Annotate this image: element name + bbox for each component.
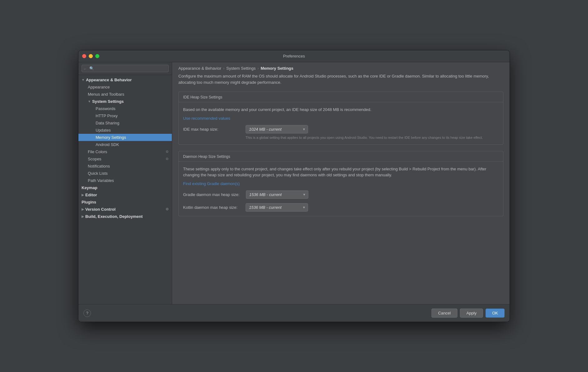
sidebar-item-path-variables[interactable]: Path Variables bbox=[78, 177, 172, 184]
gradle-heap-label: Gradle daemon max heap size: bbox=[183, 192, 240, 197]
expand-icon: ▼ bbox=[88, 100, 91, 103]
apply-button[interactable]: Apply bbox=[460, 309, 483, 318]
kotlin-heap-label: Kotlin daemon max heap size: bbox=[183, 205, 239, 210]
sidebar-item-http-proxy[interactable]: HTTP Proxy bbox=[78, 112, 172, 119]
gradle-heap-select-wrapper: 512 MB 750 MB 1024 MB 1280 MB 1536 MB - … bbox=[246, 190, 308, 199]
ide-heap-label: IDE max heap size: bbox=[183, 127, 239, 132]
sidebar-item-keymap[interactable]: Keymap bbox=[78, 184, 172, 191]
collapse-icon: ▶ bbox=[82, 193, 84, 197]
main-panel: Appearance & Behavior › System Settings … bbox=[172, 62, 510, 304]
ide-heap-select[interactable]: 512 MB 750 MB 1024 MB - current 1280 MB … bbox=[246, 125, 308, 133]
gear-icon: ⚙ bbox=[166, 207, 169, 211]
sidebar-item-appearance[interactable]: Appearance bbox=[78, 83, 172, 91]
preferences-window: Preferences ⌕ ▼ Appearance & Behavior Ap… bbox=[78, 50, 510, 322]
ide-recommendation-text: Based on the available memory and your c… bbox=[183, 107, 499, 113]
expand-icon: ▼ bbox=[82, 78, 85, 82]
ide-heap-section: IDE Heap Size Settings Based on the avai… bbox=[178, 92, 503, 145]
daemon-heap-section-label: Daemon Heap Size Settings bbox=[179, 151, 503, 162]
sidebar-item-notifications[interactable]: Notifications bbox=[78, 163, 172, 170]
collapse-icon: ▶ bbox=[82, 215, 84, 218]
sidebar-item-appearance-behavior[interactable]: ▼ Appearance & Behavior bbox=[78, 76, 172, 83]
gear-icon: ⚙ bbox=[166, 150, 169, 154]
sidebar-item-build-execution[interactable]: ▶ Build, Execution, Deployment bbox=[78, 213, 172, 220]
sidebar-item-plugins[interactable]: Plugins bbox=[78, 199, 172, 206]
title-bar: Preferences bbox=[78, 50, 510, 62]
window-controls bbox=[82, 54, 99, 58]
kotlin-heap-select-wrapper: 512 MB 750 MB 1024 MB 1280 MB 1536 MB - … bbox=[246, 203, 308, 212]
sidebar-tree: ▼ Appearance & Behavior Appearance Menus… bbox=[78, 75, 172, 304]
ide-heap-section-label: IDE Heap Size Settings bbox=[179, 92, 503, 102]
help-button[interactable]: ? bbox=[83, 309, 91, 317]
sidebar-item-data-sharing[interactable]: Data Sharing bbox=[78, 119, 172, 127]
collapse-icon: ▶ bbox=[82, 208, 84, 211]
sidebar-item-file-colors[interactable]: File Colors ⚙ bbox=[78, 148, 172, 155]
use-recommended-values-link[interactable]: Use recommended values bbox=[183, 116, 230, 121]
minimize-button[interactable] bbox=[89, 54, 93, 58]
ide-heap-section-content: Based on the available memory and your c… bbox=[179, 102, 503, 144]
sidebar-item-system-settings[interactable]: ▼ System Settings bbox=[78, 98, 172, 105]
search-box: ⌕ bbox=[78, 62, 172, 75]
daemon-heap-section-content: These settings apply only to the current… bbox=[179, 162, 503, 216]
gear-icon: ⚙ bbox=[166, 157, 169, 161]
breadcrumb: Appearance & Behavior › System Settings … bbox=[172, 62, 510, 73]
close-button[interactable] bbox=[82, 54, 86, 58]
ok-button[interactable]: OK bbox=[486, 309, 505, 318]
page-description: Configure the maximum amount of RAM the … bbox=[178, 73, 503, 85]
gradle-heap-row: Gradle daemon max heap size: 512 MB 750 … bbox=[183, 190, 499, 199]
search-icon: ⌕ bbox=[84, 67, 86, 70]
kotlin-heap-row: Kotlin daemon max heap size: 512 MB 750 … bbox=[183, 203, 499, 212]
sidebar: ⌕ ▼ Appearance & Behavior Appearance Men… bbox=[78, 62, 172, 304]
bottom-bar: ? Cancel Apply OK bbox=[78, 304, 510, 322]
maximize-button[interactable] bbox=[95, 54, 99, 58]
breadcrumb-memory-settings: Memory Settings bbox=[261, 66, 293, 71]
sidebar-item-memory-settings[interactable]: Memory Settings bbox=[78, 134, 172, 141]
search-input[interactable] bbox=[82, 65, 169, 72]
breadcrumb-system-settings[interactable]: System Settings bbox=[226, 66, 256, 71]
window-title: Preferences bbox=[283, 54, 305, 58]
ide-heap-row: IDE max heap size: 512 MB 750 MB 1024 MB… bbox=[183, 125, 499, 133]
sidebar-item-updates[interactable]: Updates bbox=[78, 127, 172, 134]
kotlin-heap-select[interactable]: 512 MB 750 MB 1024 MB 1280 MB 1536 MB - … bbox=[246, 203, 308, 212]
bottom-buttons: Cancel Apply OK bbox=[431, 309, 505, 318]
main-content: Configure the maximum amount of RAM the … bbox=[172, 73, 510, 304]
sidebar-item-scopes[interactable]: Scopes ⚙ bbox=[78, 155, 172, 163]
sidebar-item-version-control[interactable]: ▶ Version Control ⚙ bbox=[78, 206, 172, 213]
breadcrumb-sep-1: › bbox=[223, 66, 224, 71]
cancel-button[interactable]: Cancel bbox=[431, 309, 457, 318]
ide-heap-select-wrapper: 512 MB 750 MB 1024 MB - current 1280 MB … bbox=[246, 125, 308, 133]
ide-heap-hint: This is a global setting that applies to… bbox=[246, 135, 499, 140]
sidebar-item-menus-toolbars[interactable]: Menus and Toolbars bbox=[78, 91, 172, 98]
sidebar-item-android-sdk[interactable]: Android SDK bbox=[78, 141, 172, 148]
daemon-heap-section: Daemon Heap Size Settings These settings… bbox=[178, 151, 503, 216]
search-wrapper: ⌕ bbox=[82, 65, 169, 72]
breadcrumb-sep-2: › bbox=[257, 66, 259, 71]
sidebar-item-editor[interactable]: ▶ Editor bbox=[78, 191, 172, 199]
sidebar-item-passwords[interactable]: Passwords bbox=[78, 105, 172, 112]
daemon-description-text: These settings apply only to the current… bbox=[183, 166, 499, 178]
sidebar-item-quick-lists[interactable]: Quick Lists bbox=[78, 170, 172, 177]
gradle-heap-select[interactable]: 512 MB 750 MB 1024 MB 1280 MB 1536 MB - … bbox=[246, 190, 308, 199]
breadcrumb-appearance-behavior[interactable]: Appearance & Behavior bbox=[178, 66, 221, 71]
content-area: ⌕ ▼ Appearance & Behavior Appearance Men… bbox=[78, 62, 510, 304]
find-gradle-daemon-link[interactable]: Find existing Gradle daemon(s) bbox=[183, 181, 240, 186]
